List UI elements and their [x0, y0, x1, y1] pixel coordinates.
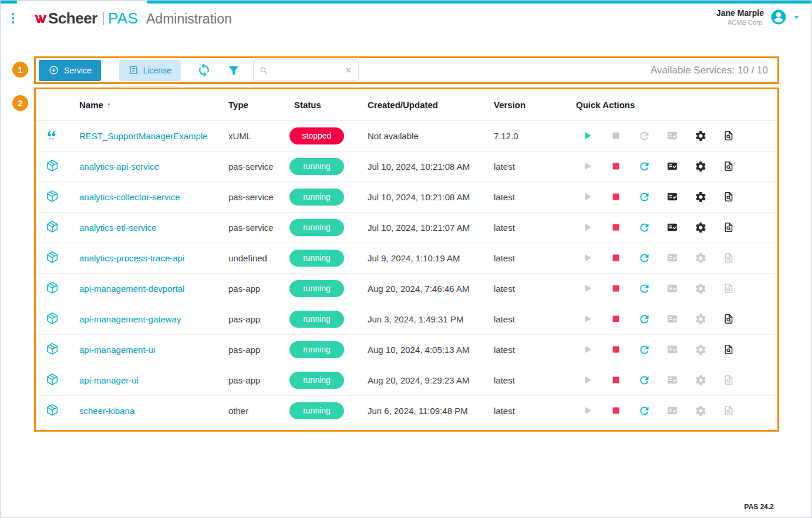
restart-service-button[interactable]	[638, 190, 651, 203]
menu-icon[interactable]	[12, 13, 14, 23]
quick-actions	[572, 129, 777, 142]
restart-service-button[interactable]	[638, 221, 651, 234]
service-version: latest	[490, 365, 572, 395]
filter-button[interactable]	[227, 64, 240, 77]
chevron-down-icon[interactable]	[791, 12, 802, 23]
service-name-link[interactable]: analytics-collector-service	[79, 192, 180, 202]
service-logs-button	[666, 312, 679, 325]
table-row: analytics-etl-service pas-service runnin…	[36, 212, 777, 243]
restart-service-button[interactable]	[638, 343, 651, 356]
inspect-logs-button[interactable]	[722, 343, 735, 356]
table-row: REST_SupportManagerExample xUML stopped …	[36, 120, 777, 151]
service-name-link[interactable]: api-management-gateway	[79, 314, 181, 324]
service-settings-button[interactable]	[694, 160, 707, 173]
package-service-icon	[45, 403, 59, 417]
table-row: scheer-kibana other running Jun 6, 2024,…	[36, 395, 777, 426]
service-logs-button	[666, 282, 679, 295]
service-version: latest	[490, 273, 572, 304]
restart-service-button[interactable]	[638, 312, 651, 325]
quick-actions	[572, 374, 777, 386]
stop-service-button[interactable]	[609, 343, 622, 356]
service-name-link[interactable]: analytics-etl-service	[79, 223, 157, 233]
quick-actions	[572, 221, 777, 234]
restart-service-button[interactable]	[638, 282, 651, 295]
scheer-pas-logo: Scheer PAS	[33, 9, 138, 28]
clear-search-icon[interactable]	[344, 66, 353, 75]
license-button[interactable]: License	[119, 60, 181, 81]
service-logs-button[interactable]	[666, 190, 679, 203]
stop-service-button[interactable]	[609, 221, 622, 234]
created-updated: Jul 10, 2024, 10:21:08 AM	[364, 181, 490, 212]
start-service-button	[581, 374, 594, 386]
service-settings-button[interactable]	[694, 221, 707, 234]
stop-service-button[interactable]	[609, 374, 622, 386]
service-settings-button	[694, 251, 707, 264]
search-input[interactable]	[272, 66, 341, 75]
services-table: Name↑ Type Status Created/Updated Versio…	[36, 89, 777, 426]
table-row: api-management-ui pas-app running Aug 10…	[36, 334, 777, 365]
created-updated: Jul 10, 2024, 10:21:08 AM	[364, 151, 490, 181]
refresh-button[interactable]	[197, 63, 211, 78]
inspect-logs-button[interactable]	[722, 190, 735, 203]
stop-service-button[interactable]	[609, 312, 622, 325]
sort-ascending-icon[interactable]: ↑	[107, 100, 112, 110]
services-table-container: Name↑ Type Status Created/Updated Versio…	[34, 88, 779, 432]
service-version: 7.12.0	[490, 120, 572, 151]
brand-scheer: Scheer	[48, 9, 97, 28]
quick-actions	[572, 282, 777, 295]
package-service-icon	[45, 311, 59, 325]
service-logs-button[interactable]	[666, 221, 679, 234]
inspect-logs-button[interactable]	[722, 312, 735, 325]
stop-service-button[interactable]	[609, 160, 622, 173]
inspect-logs-button[interactable]	[722, 221, 735, 234]
service-name-link[interactable]: api-management-devportal	[79, 284, 184, 294]
add-service-button[interactable]: Service	[39, 60, 101, 81]
restart-service-button	[638, 129, 651, 142]
stop-service-button[interactable]	[609, 404, 622, 417]
status-badge: running	[289, 219, 344, 236]
service-name-link[interactable]: scheer-kibana	[79, 406, 134, 416]
license-icon	[129, 65, 139, 75]
restart-service-button[interactable]	[638, 251, 651, 264]
service-logs-button	[666, 343, 679, 356]
service-type: pas-app	[224, 365, 286, 395]
service-settings-button	[694, 282, 707, 295]
inspect-logs-button[interactable]	[722, 160, 735, 173]
service-version: latest	[490, 334, 572, 365]
service-type: other	[224, 395, 286, 426]
service-name-link[interactable]: api-management-ui	[79, 345, 155, 355]
stop-service-button[interactable]	[609, 190, 622, 203]
status-badge: running	[289, 372, 344, 389]
user-avatar-icon[interactable]	[770, 8, 787, 26]
service-version: latest	[490, 151, 572, 181]
inspect-logs-button	[722, 282, 735, 295]
service-name-link[interactable]: api-manager-ui	[79, 375, 139, 385]
service-name-link[interactable]: REST_SupportManagerExample	[79, 131, 207, 141]
xuml-service-icon	[45, 128, 59, 142]
restart-service-button[interactable]	[638, 404, 651, 417]
service-version: latest	[490, 181, 572, 212]
column-header-name[interactable]: Name↑	[76, 89, 224, 120]
available-services-count: Available Services: 10 / 10	[651, 65, 770, 76]
app-root: Scheer PAS Administration Jane Marple AC…	[0, 0, 812, 518]
start-service-button	[581, 312, 594, 325]
service-type: xUML	[224, 120, 286, 151]
service-logs-button	[666, 129, 679, 142]
service-settings-button[interactable]	[694, 190, 707, 203]
restart-service-button[interactable]	[638, 374, 651, 386]
service-name-link[interactable]: analytics-process-trace-api	[79, 253, 184, 263]
service-settings-button	[694, 343, 707, 356]
stop-service-button[interactable]	[609, 282, 622, 295]
service-settings-button[interactable]	[694, 129, 707, 142]
table-row: analytics-collector-service pas-service …	[36, 181, 777, 212]
start-service-button[interactable]	[581, 129, 594, 142]
stop-service-button[interactable]	[609, 251, 622, 264]
restart-service-button[interactable]	[638, 160, 651, 173]
service-logs-button[interactable]	[666, 160, 679, 173]
inspect-logs-button[interactable]	[722, 129, 735, 142]
quick-actions	[572, 160, 777, 173]
annotation-badge-1: 1	[12, 62, 28, 78]
package-service-icon	[45, 159, 59, 173]
service-name-link[interactable]: analytics-api-service	[79, 162, 159, 171]
top-accent-bar-gap	[17, 1, 147, 4]
